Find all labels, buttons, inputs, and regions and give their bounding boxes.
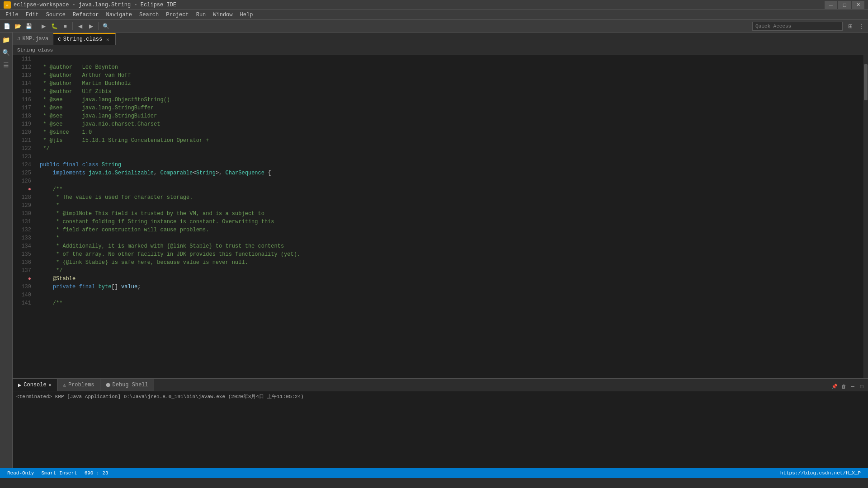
editor-area: J KMP.java C String.class ✕ String class… bbox=[13, 33, 868, 468]
quick-access-input[interactable]: Quick Access bbox=[752, 22, 843, 31]
explorer-button[interactable]: 📁 bbox=[1, 34, 12, 45]
code-line-115: * @author Ulf Zibis bbox=[40, 88, 863, 96]
code-line-121: * @jls 15.18.1 String Concatenation Oper… bbox=[40, 136, 863, 145]
line-number-123: 123 bbox=[14, 153, 31, 161]
problems-label: Problems bbox=[68, 382, 94, 388]
tab-string-class-icon: C bbox=[58, 37, 61, 42]
code-line-112: * @author Lee Boynton bbox=[40, 63, 863, 71]
minimize-button[interactable]: ─ bbox=[825, 1, 837, 9]
menu-item-run[interactable]: Run bbox=[193, 10, 210, 20]
code-line-120: * @since 1.0 bbox=[40, 128, 863, 136]
perspective-button[interactable]: ⊞ bbox=[845, 21, 855, 31]
menu-item-source[interactable]: Source bbox=[42, 10, 69, 20]
line-number-131: 131 bbox=[14, 218, 31, 226]
code-line-114: * @author Martin Buchholz bbox=[40, 80, 863, 88]
code-line-129: * bbox=[40, 202, 863, 210]
console-pin[interactable]: 📌 bbox=[830, 382, 839, 391]
outline-button[interactable]: ☰ bbox=[1, 60, 12, 70]
open-button[interactable]: 📂 bbox=[13, 21, 23, 31]
status-url[interactable]: https://blog.csdn.net/H_X_P bbox=[777, 468, 864, 478]
search-toolbar-button[interactable]: 🔍 bbox=[101, 21, 111, 31]
window-controls: ─ □ ✕ bbox=[825, 1, 864, 9]
activity-bar: 📁 🔍 ☰ bbox=[0, 33, 13, 468]
line-number-140: 140 bbox=[14, 291, 31, 299]
new-button[interactable]: 📄 bbox=[2, 21, 12, 31]
stop-button[interactable]: ■ bbox=[60, 21, 70, 31]
code-line-136: * {@link Stable} is safe here, because v… bbox=[40, 258, 863, 267]
console-close[interactable]: ✕ bbox=[49, 382, 52, 388]
menu-item-project[interactable]: Project bbox=[162, 10, 192, 20]
status-position[interactable]: 690 : 23 bbox=[81, 468, 112, 478]
console-toolbar-right: 📌 🗑 ─ □ bbox=[830, 382, 868, 391]
code-line-116: * @see java.lang.Object#toString() bbox=[40, 96, 863, 104]
code-line-133: * bbox=[40, 234, 863, 242]
line-number-116: 116 bbox=[14, 96, 31, 104]
maximize-button[interactable]: □ bbox=[838, 1, 851, 9]
main-layout: 📁 🔍 ☰ J KMP.java C String.class ✕ String… bbox=[0, 33, 868, 468]
code-line-122: */ bbox=[40, 145, 863, 153]
title-bar: ☕ eclipse-workspace - java.lang.String -… bbox=[0, 0, 868, 10]
code-line-140 bbox=[40, 291, 863, 299]
close-button[interactable]: ✕ bbox=[852, 1, 864, 9]
menu-item-search[interactable]: Search bbox=[136, 10, 162, 20]
status-read-only[interactable]: Read-Only bbox=[4, 468, 38, 478]
line-number-137: 137 bbox=[14, 267, 31, 275]
tab-kmp-java-icon: J bbox=[17, 36, 20, 42]
next-button[interactable]: ▶ bbox=[86, 21, 96, 31]
menu-item-edit[interactable]: Edit bbox=[22, 10, 42, 20]
line-number-141: 141 bbox=[14, 299, 31, 307]
debug-button[interactable]: 🐛 bbox=[49, 21, 59, 31]
tab-string-class-close[interactable]: ✕ bbox=[104, 36, 111, 42]
code-line-126 bbox=[40, 177, 863, 185]
tab-bar: J KMP.java C String.class ✕ bbox=[13, 33, 868, 45]
line-number-130: 130 bbox=[14, 210, 31, 218]
console-area: ▶ Console ✕ ⚠ Problems ⬢ Debug Shell 📌 🗑… bbox=[13, 378, 868, 468]
scrollbar-thumb[interactable] bbox=[864, 64, 868, 100]
run-button[interactable]: ▶ bbox=[38, 21, 48, 31]
line-number-135: 135 bbox=[14, 250, 31, 258]
menu-item-navigate[interactable]: Navigate bbox=[102, 10, 136, 20]
status-bar: Read-Only Smart Insert 690 : 23 https://… bbox=[0, 468, 868, 478]
code-line-127: /** bbox=[40, 185, 863, 193]
console-clear[interactable]: 🗑 bbox=[839, 382, 848, 391]
code-line-124: public final class String bbox=[40, 161, 863, 169]
code-line-130: * @implNote This field is trusted by the… bbox=[40, 210, 863, 218]
code-line-119: * @see java.nio.charset.Charset bbox=[40, 120, 863, 128]
line-number-124: 124 bbox=[14, 161, 31, 169]
status-smart-insert[interactable]: Smart Insert bbox=[38, 468, 80, 478]
search-side-button[interactable]: 🔍 bbox=[1, 47, 12, 58]
menu-item-window[interactable]: Window bbox=[209, 10, 236, 20]
console-tab-problems[interactable]: ⚠ Problems bbox=[57, 379, 100, 391]
code-line-138: @Stable bbox=[40, 275, 863, 283]
debug-shell-icon: ⬢ bbox=[106, 382, 110, 389]
menu-item-file[interactable]: File bbox=[2, 10, 22, 20]
console-tab-console[interactable]: ▶ Console ✕ bbox=[13, 379, 57, 391]
menu-item-help[interactable]: Help bbox=[236, 10, 257, 20]
line-number-119: 119 bbox=[14, 120, 31, 128]
line-number-120: 120 bbox=[14, 128, 31, 136]
more-button[interactable]: ⋮ bbox=[856, 21, 866, 31]
code-line-111 bbox=[40, 55, 863, 63]
console-maximize[interactable]: □ bbox=[857, 382, 866, 391]
save-button[interactable]: 💾 bbox=[24, 21, 33, 31]
menu-bar: FileEditSourceRefactorNavigateSearchProj… bbox=[0, 10, 868, 20]
line-number-114: 114 bbox=[14, 80, 31, 88]
console-label: Console bbox=[24, 382, 46, 388]
prev-button[interactable]: ◀ bbox=[75, 21, 85, 31]
line-number-122: 122 bbox=[14, 145, 31, 153]
tab-kmp-java[interactable]: J KMP.java bbox=[13, 33, 53, 45]
menu-item-refactor[interactable]: Refactor bbox=[69, 10, 103, 20]
console-minimize[interactable]: ─ bbox=[848, 382, 857, 391]
console-content: <terminated> KMP [Java Application] D:\J… bbox=[13, 391, 868, 468]
console-tab-debug-shell[interactable]: ⬢ Debug Shell bbox=[100, 379, 154, 391]
toolbar-sep-3 bbox=[98, 22, 99, 30]
line-number-127: ● bbox=[14, 185, 31, 193]
console-icon: ▶ bbox=[18, 382, 21, 389]
quick-access-label: Quick Access bbox=[755, 23, 791, 29]
tab-string-class[interactable]: C String.class ✕ bbox=[53, 33, 116, 45]
code-content[interactable]: * @author Lee Boynton * @author Arthur v… bbox=[35, 55, 863, 378]
right-scrollbar[interactable] bbox=[863, 55, 868, 378]
line-number-132: 132 bbox=[14, 226, 31, 234]
line-number-117: 117 bbox=[14, 104, 31, 112]
console-terminated-line: <terminated> KMP [Java Application] D:\J… bbox=[16, 394, 304, 399]
